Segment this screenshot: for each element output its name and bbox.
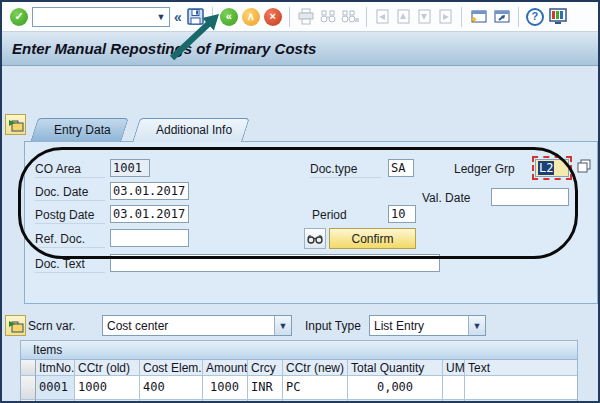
co-area-label: CO Area	[35, 160, 105, 178]
cell-crcy[interactable]: INR	[248, 376, 283, 400]
ledger-grp-label: Ledger Grp	[454, 160, 530, 178]
items-header-bar: Items	[20, 340, 578, 360]
tab-additional-info[interactable]: Additional Info	[136, 118, 246, 142]
co-area-field[interactable]: 1001	[110, 159, 150, 177]
find-next-icon	[341, 8, 359, 26]
col-cost-elem[interactable]: Cost Elem.	[140, 360, 203, 376]
col-cctr-old[interactable]: CCtr (old)	[75, 360, 140, 376]
items-header-row: ItmNo. CCtr (old) Cost Elem. Amount Crcy…	[21, 360, 577, 376]
cell-um[interactable]	[443, 376, 465, 400]
input-type-label: Input Type	[305, 319, 361, 333]
doc-type-field[interactable]: SA	[388, 159, 414, 177]
ref-doc-field[interactable]	[110, 229, 189, 247]
folder-arrow-icon[interactable]	[5, 315, 26, 336]
period-field[interactable]: 10	[388, 205, 416, 223]
display-glasses-button[interactable]	[304, 228, 326, 249]
input-type-dropdown[interactable]: List Entry ▼	[369, 315, 486, 336]
doc-date-label: Doc. Date	[35, 183, 105, 201]
first-page-icon	[374, 8, 391, 26]
print-icon	[297, 8, 315, 26]
col-text[interactable]: Text	[465, 360, 577, 376]
previous-page-icon	[395, 8, 412, 26]
chevron-down-icon[interactable]: ▼	[153, 8, 169, 26]
postg-date-label: Postg Date	[35, 206, 105, 224]
postg-date-field[interactable]: 03.01.2017	[110, 205, 189, 223]
multiple-selection-icon[interactable]	[576, 158, 592, 174]
cell-itmno[interactable]: 0001	[36, 376, 75, 400]
new-session-icon[interactable]	[469, 8, 488, 26]
find-icon	[319, 8, 337, 26]
glasses-icon	[307, 233, 323, 245]
chevron-down-icon[interactable]: ▼	[468, 316, 485, 335]
row-selector[interactable]	[21, 376, 36, 400]
collapse-icon[interactable]: «	[174, 9, 182, 25]
cell-cctr-new[interactable]: PC	[283, 376, 348, 400]
title-bar: Enter Manual Repostings of Primary Costs	[2, 32, 598, 66]
val-date-label: Val. Date	[422, 189, 484, 207]
folder-arrow-icon[interactable]	[5, 114, 26, 135]
standard-toolbar: ✓ ▼ « « ∧ ×	[2, 2, 598, 32]
sap-window: ✓ ▼ « « ∧ ×	[0, 0, 600, 403]
cell-cctr-old[interactable]: 1000	[75, 376, 140, 400]
toolbar-separator	[366, 7, 367, 27]
items-table: ItmNo. CCtr (old) Cost Elem. Amount Crcy…	[20, 360, 578, 403]
save-icon[interactable]	[186, 7, 205, 26]
page-title: Enter Manual Repostings of Primary Costs	[12, 40, 316, 57]
col-um[interactable]: UM	[443, 360, 465, 376]
customize-icon[interactable]	[548, 7, 568, 26]
toolbar-separator	[518, 7, 519, 27]
period-label: Period	[312, 206, 372, 224]
col-itmno[interactable]: ItmNo.	[36, 360, 75, 376]
cell-text[interactable]	[465, 376, 577, 400]
doc-text-field[interactable]	[110, 254, 440, 272]
cell-total-quantity[interactable]: 0,000	[348, 376, 443, 400]
table-row: 0001 1000 400 1000 INR PC 0,000	[21, 376, 577, 400]
col-amount[interactable]: Amount	[203, 360, 248, 376]
chevron-down-icon[interactable]: ▼	[274, 316, 291, 335]
toolbar-separator	[289, 7, 290, 27]
scrn-var-dropdown[interactable]: Cost center ▼	[102, 315, 292, 336]
command-field[interactable]: ▼	[32, 7, 170, 27]
toolbar-separator	[212, 7, 213, 27]
scrn-var-label: Scrn var.	[28, 319, 75, 333]
confirm-button[interactable]: Confirm	[329, 228, 416, 249]
shortcut-icon[interactable]	[492, 8, 511, 26]
back-icon[interactable]: «	[220, 8, 238, 26]
doc-text-label: Doc. Text	[35, 255, 105, 273]
last-page-icon	[437, 8, 454, 26]
command-input[interactable]	[33, 9, 153, 25]
val-date-field[interactable]	[491, 188, 569, 206]
cancel-icon[interactable]: ×	[264, 8, 282, 26]
next-page-icon	[416, 8, 433, 26]
select-all-cell[interactable]	[21, 360, 36, 376]
ref-doc-label: Ref. Doc.	[35, 230, 105, 248]
cell-cost-elem[interactable]: 400	[140, 376, 203, 400]
col-total-quantity[interactable]: Total Quantity	[348, 360, 443, 376]
doc-type-label: Doc.type	[310, 160, 382, 178]
doc-date-field[interactable]: 03.01.2017	[110, 182, 189, 200]
enter-icon[interactable]: ✓	[10, 8, 28, 26]
help-icon[interactable]: ?	[526, 8, 544, 26]
exit-icon[interactable]: ∧	[242, 8, 260, 26]
cell-amount[interactable]: 1000	[203, 376, 248, 400]
items-title: Items	[33, 343, 62, 357]
col-cctr-new[interactable]: CCtr (new)	[283, 360, 348, 376]
tab-entry-data[interactable]: Entry Data	[34, 118, 125, 142]
col-crcy[interactable]: Crcy	[248, 360, 283, 376]
ledger-grp-field[interactable]: L2	[535, 159, 569, 177]
toolbar-separator	[461, 7, 462, 27]
